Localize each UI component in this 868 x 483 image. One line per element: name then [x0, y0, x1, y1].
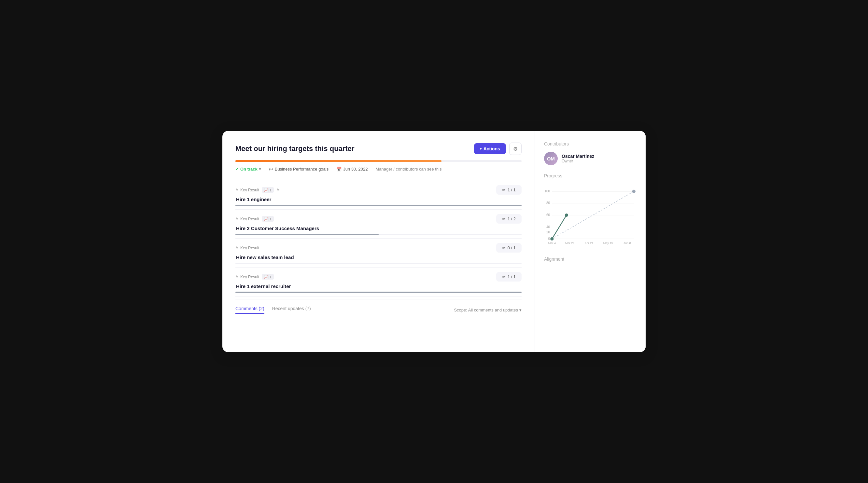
kr-title: Hire 2 Customer Success Managers [236, 226, 522, 231]
kr-title: Hire 1 engineer [236, 197, 522, 202]
pencil-icon: ✏ [502, 246, 506, 250]
kr-progress-bar [236, 234, 522, 235]
kr-progress-fill [236, 234, 379, 235]
svg-text:60: 60 [546, 213, 550, 217]
kr-meta: ⚑ Key Result 📈 1 [236, 274, 274, 280]
key-results-list: ⚑ Key Result 📈 1 ⚑ ✏ 1 / 1 Hire [236, 181, 522, 296]
goal-progress-fill [236, 160, 441, 162]
svg-text:Mar 29: Mar 29 [565, 242, 574, 245]
goal-progress-bar [236, 160, 522, 162]
svg-point-13 [565, 214, 568, 217]
kr-progress-button[interactable]: ✏ 1 / 1 [496, 185, 522, 195]
status-chevron-icon: ▾ [259, 167, 261, 171]
status-badge[interactable]: ✓ On track ▾ [236, 167, 261, 171]
kr-header: ⚑ Key Result 📈 1 ✏ 1 / 1 [236, 272, 522, 282]
contributor-role: Owner [562, 159, 594, 163]
svg-text:40: 40 [546, 225, 550, 229]
kr-title: Hire new sales team lead [236, 255, 522, 260]
contributor-row: OM Oscar Martinez Owner [544, 152, 637, 165]
header-row: Meet our hiring targets this quarter ▾ A… [236, 142, 522, 155]
tabs-left: Comments (2) Recent updates (7) [236, 306, 311, 314]
kr-progress-bar [236, 292, 522, 293]
header-actions: ▾ Actions ⚙ [474, 142, 522, 155]
kr-flag-icon: ⚑ [276, 188, 280, 192]
kr-meta: ⚑ Key Result 📈 1 [236, 216, 274, 222]
svg-text:May 15: May 15 [603, 242, 613, 245]
flag-icon: ⚑ [236, 188, 239, 192]
kr-header: ⚑ Key Result ✏ 0 / 1 [236, 243, 522, 253]
flag-icon: ⚑ [236, 217, 239, 221]
chevron-down-icon: ▾ [519, 308, 522, 313]
kr-progress-button[interactable]: ✏ 0 / 1 [496, 243, 522, 253]
chart-icon: 📈 [264, 217, 269, 221]
kr-progress-bar [236, 263, 522, 264]
svg-point-12 [550, 237, 554, 240]
tabs-row: Comments (2) Recent updates (7) Scope: A… [236, 299, 522, 314]
contributor-info: Oscar Martinez Owner [562, 154, 594, 163]
tag-icon: 🏷 [269, 167, 273, 171]
pencil-icon: ✏ [502, 188, 506, 192]
flag-icon: ⚑ [236, 246, 239, 250]
svg-text:0: 0 [548, 237, 550, 240]
kr-header: ⚑ Key Result 📈 1 ⚑ ✏ 1 / 1 [236, 185, 522, 195]
settings-button[interactable]: ⚙ [509, 142, 522, 155]
kr-progress-button[interactable]: ✏ 1 / 1 [496, 272, 522, 282]
progress-chart: 100 80 60 40 20 0 [544, 184, 637, 249]
key-result-item: ⚑ Key Result ✏ 0 / 1 Hire new sales team… [236, 238, 522, 267]
kr-meta: ⚑ Key Result 📈 1 ⚑ [236, 187, 280, 193]
svg-text:20: 20 [546, 230, 550, 234]
svg-text:Mar 4: Mar 4 [548, 242, 556, 245]
pencil-icon: ✏ [502, 275, 506, 279]
chevron-down-icon: ▾ [480, 147, 482, 151]
right-panel: Contributors OM Oscar Martinez Owner Pro… [535, 131, 646, 352]
kr-progress-bar [236, 205, 522, 206]
left-panel: Meet our hiring targets this quarter ▾ A… [222, 131, 535, 352]
main-card: Meet our hiring targets this quarter ▾ A… [222, 131, 646, 352]
check-icon: ✓ [236, 167, 239, 171]
kr-label: ⚑ Key Result [236, 188, 259, 192]
gear-icon: ⚙ [513, 146, 518, 152]
actions-button[interactable]: ▾ Actions [474, 143, 506, 154]
goal-title: Meet our hiring targets this quarter [236, 144, 354, 153]
flag-icon: ⚑ [236, 275, 239, 279]
visibility-meta: Manager / contributors can see this [375, 167, 441, 171]
kr-label: ⚑ Key Result [236, 217, 259, 221]
tab-recent-updates[interactable]: Recent updates (7) [272, 306, 311, 314]
pencil-icon: ✏ [502, 217, 506, 221]
date-meta: 📅 Jun 30, 2022 [336, 167, 368, 171]
contributors-label: Contributors [544, 141, 637, 147]
kr-progress-fill [236, 292, 522, 293]
alignment-label: Alignment [544, 256, 637, 262]
kr-title: Hire 1 external recruiter [236, 284, 522, 289]
scope-button[interactable]: Scope: All comments and updates ▾ [454, 308, 522, 313]
chart-icon: 📈 [264, 188, 269, 192]
kr-progress-button[interactable]: ✏ 1 / 2 [496, 214, 522, 224]
alignment-section: Alignment [544, 256, 637, 262]
kr-badge: 📈 1 [262, 274, 274, 280]
tab-comments[interactable]: Comments (2) [236, 306, 265, 314]
kr-badge: 📈 1 [262, 216, 274, 222]
kr-header: ⚑ Key Result 📈 1 ✏ 1 / 2 [236, 214, 522, 224]
key-result-item: ⚑ Key Result 📈 1 ✏ 1 / 1 Hire 1 external… [236, 267, 522, 296]
svg-text:Apr 21: Apr 21 [585, 242, 593, 245]
kr-meta: ⚑ Key Result [236, 246, 259, 250]
calendar-icon: 📅 [336, 167, 342, 171]
kr-label: ⚑ Key Result [236, 246, 259, 250]
svg-text:100: 100 [545, 189, 550, 193]
kr-label: ⚑ Key Result [236, 275, 259, 279]
progress-section: Progress 100 80 60 40 20 0 [544, 173, 637, 249]
key-result-item: ⚑ Key Result 📈 1 ⚑ ✏ 1 / 1 Hire [236, 181, 522, 210]
kr-progress-fill [236, 205, 522, 206]
chart-icon: 📈 [264, 275, 269, 279]
tag-meta: 🏷 Business Performance goals [269, 167, 329, 171]
chart-svg: 100 80 60 40 20 0 [544, 184, 637, 249]
svg-text:Jun 8: Jun 8 [623, 242, 631, 245]
meta-row: ✓ On track ▾ 🏷 Business Performance goal… [236, 167, 522, 171]
key-result-item: ⚑ Key Result 📈 1 ✏ 1 / 2 Hire 2 Customer… [236, 210, 522, 238]
svg-point-14 [632, 190, 636, 193]
progress-label: Progress [544, 173, 637, 179]
avatar: OM [544, 152, 558, 165]
contributor-name: Oscar Martinez [562, 154, 594, 159]
kr-badge: 📈 1 [262, 187, 274, 193]
svg-text:80: 80 [546, 201, 550, 205]
